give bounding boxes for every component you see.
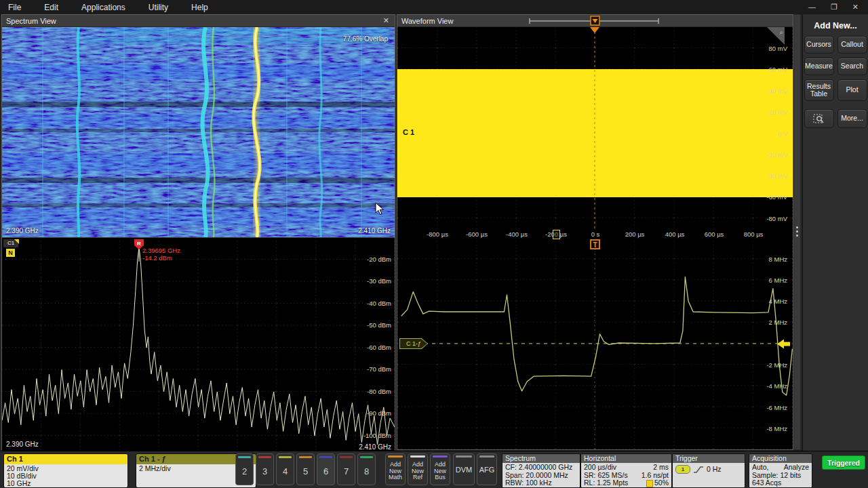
spectrum-view-close-icon[interactable]: ✕ [382, 16, 391, 25]
waveform-view-scrollbar[interactable] [793, 14, 801, 450]
math-color-strip [388, 455, 403, 458]
menu-file[interactable]: File [0, 3, 36, 12]
rising-edge-icon [693, 466, 704, 474]
mv-tick-label: -60 mV [766, 193, 787, 201]
spectrum-grid [2, 238, 395, 451]
time-tick-label: -800 µs [427, 230, 448, 238]
zoom-select-button[interactable] [804, 109, 834, 128]
mhz-tick-label: 4 MHz [769, 298, 787, 305]
mv-tick-label: 20 mV [769, 108, 787, 116]
restore-icon[interactable]: ❐ [831, 3, 837, 12]
trigger-settings-panel[interactable]: Trigger 1 0 Hz [672, 453, 745, 488]
channel-4-button[interactable]: 4 [276, 453, 294, 485]
add-math-line: Math [386, 474, 405, 481]
triggered-status-indicator: Triggered [822, 455, 865, 470]
ref-color-strip [410, 455, 425, 458]
add-new-ref-button[interactable]: Add New Ref [408, 453, 428, 485]
channel-7-label: 7 [338, 466, 355, 476]
baseline-indicator-arrow[interactable] [777, 339, 791, 349]
time-tick-label: 800 µs [744, 230, 764, 238]
minimize-icon[interactable]: — [808, 3, 816, 12]
menu-edit[interactable]: Edit [36, 3, 73, 12]
channel1-badge[interactable]: Ch 1 20 mV/div 10 dB/div 10 GHz [3, 453, 128, 488]
time-tick-label: 400 µs [665, 230, 685, 238]
dbm-tick-label: -50 dBm [367, 321, 391, 329]
mhz-tick-label: -4 MHz [766, 382, 787, 390]
results-table-button[interactable]: Results Table [804, 79, 834, 101]
spectrum-plot[interactable]: R 2.39695 GHz -14.2 dBm 2.390 GHz 2.410 … [2, 237, 395, 451]
spectrum-panel-title: Spectrum [502, 454, 580, 463]
add-new-bus-button[interactable]: Add New Bus [430, 453, 450, 485]
horizontal-panel-title: Horizontal [581, 454, 671, 463]
record-length-readout: RL: 1.25 Mpts [584, 479, 628, 487]
channel-3-color-strip [258, 456, 271, 458]
spectrum-start-frequency: 2.390 GHz [6, 441, 39, 448]
waveform-plot[interactable] [397, 27, 793, 229]
cursors-button[interactable]: Cursors [804, 36, 834, 54]
channel-6-color-strip [319, 456, 332, 458]
bottom-settings-bar: Ch 1 20 mV/div 10 dB/div 10 GHz Ch 1 - ƒ… [0, 451, 868, 488]
dbm-tick-label: -70 dBm [367, 365, 391, 373]
trigger-panel-title: Trigger [673, 454, 745, 463]
dvm-button[interactable]: DVM [453, 453, 475, 485]
mv-tick-label: -80 mV [766, 215, 787, 222]
plot-button[interactable]: Plot [837, 79, 867, 101]
scrollbar-grip [794, 226, 800, 237]
channel1-bandwidth: 10 GHz [7, 480, 125, 487]
channel-3-button[interactable]: 3 [256, 453, 274, 485]
mouse-cursor [375, 202, 384, 216]
dbm-tick-label: -80 dBm [367, 388, 391, 395]
trigger-indicator-badge[interactable]: T [590, 239, 600, 249]
close-icon[interactable]: ✕ [852, 3, 859, 12]
menu-bar: File Edit Applications Utility Help — ❐ … [0, 0, 868, 14]
normal-trace-badge[interactable]: N [6, 249, 15, 257]
menu-utility[interactable]: Utility [140, 3, 183, 12]
channel-7-button[interactable]: 7 [337, 453, 355, 485]
mv-tick-label: 40 mV [769, 87, 787, 95]
time-tick-label: -600 µs [466, 230, 488, 238]
search-button[interactable]: Search [837, 58, 867, 75]
spectrum-trace-handle[interactable]: C1 [3, 239, 18, 247]
acquisition-settings-panel[interactable]: Acquisition Auto, Analyze Sample: 12 bit… [749, 453, 812, 488]
channel-2-button[interactable]: 2 [235, 453, 254, 485]
time-tick-label: -400 µs [506, 230, 528, 238]
dbm-tick-label: -90 dBm [367, 409, 391, 417]
channel-4-color-strip [279, 456, 292, 458]
channel-7-color-strip [340, 456, 353, 458]
horizontal-position-bracket[interactable] [397, 15, 793, 27]
mhz-tick-label: 6 MHz [769, 277, 787, 284]
spectrum-view-titlebar[interactable]: Spectrum View ✕ [2, 15, 395, 27]
bus-color-strip [433, 455, 448, 458]
zoom-select-icon [813, 113, 825, 124]
dbm-tick-label: -20 dBm [367, 256, 391, 263]
dbm-tick-label: -60 dBm [367, 344, 391, 351]
spectrogram-plot[interactable]: 77.6% Overlap 2.390 GHz 2.410 GHz [2, 27, 395, 237]
channel-8-button[interactable]: 8 [357, 453, 376, 485]
dbm-tick-label: -100 dBm [363, 432, 391, 439]
magnifier-icon[interactable]: ⌕ [779, 28, 783, 37]
horizontal-position-readout: 50% [654, 479, 669, 487]
time-tick-label: 0 s [591, 230, 600, 238]
acquisition-panel-title: Acquisition [749, 454, 812, 463]
afg-button[interactable]: AFG [477, 453, 497, 485]
mv-tick-label: 80 mV [769, 45, 787, 52]
channel-4-label: 4 [277, 466, 294, 476]
menu-help[interactable]: Help [183, 3, 223, 12]
channel1-waveform-label[interactable]: C 1 [403, 128, 414, 136]
callout-button[interactable]: Callout [837, 36, 867, 54]
channel-5-button[interactable]: 5 [296, 453, 315, 485]
dbm-tick-label: -30 dBm [367, 277, 391, 285]
horizontal-settings-panel[interactable]: Horizontal 200 µs/div 2 ms SR: 625 MS/s … [580, 453, 672, 488]
spectrum-plot-canvas: R 2.39695 GHz -14.2 dBm [2, 238, 395, 451]
menu-applications[interactable]: Applications [73, 3, 140, 12]
measure-button[interactable]: Measure [804, 58, 834, 75]
spectrum-settings-panel[interactable]: Spectrum CF: 2.40000000 GHz Span: 20.000… [502, 453, 580, 488]
add-new-math-button[interactable]: Add New Math [385, 453, 406, 485]
channel-6-button[interactable]: 6 [317, 453, 335, 485]
channel-5-color-strip [299, 456, 312, 458]
expansion-point-icon[interactable] [553, 230, 560, 239]
marker-flag-label: R [137, 241, 141, 247]
more-button[interactable]: More... [837, 109, 867, 128]
spectrum-stop-frequency: 2.410 GHz [359, 443, 391, 451]
frequency-vs-time-plot[interactable] [397, 239, 793, 449]
